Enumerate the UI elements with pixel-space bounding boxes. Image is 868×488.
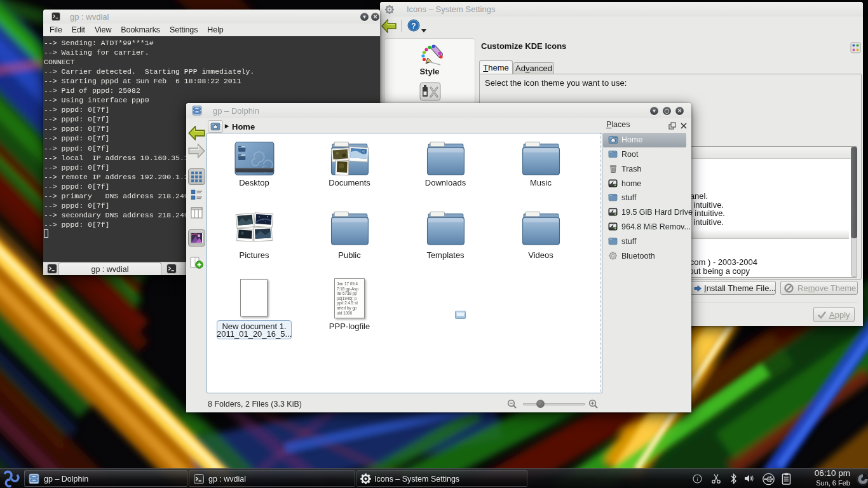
svg-text:i: i (696, 476, 698, 482)
svg-text:02: 02 (362, 149, 366, 152)
svg-text:?: ? (411, 22, 416, 30)
